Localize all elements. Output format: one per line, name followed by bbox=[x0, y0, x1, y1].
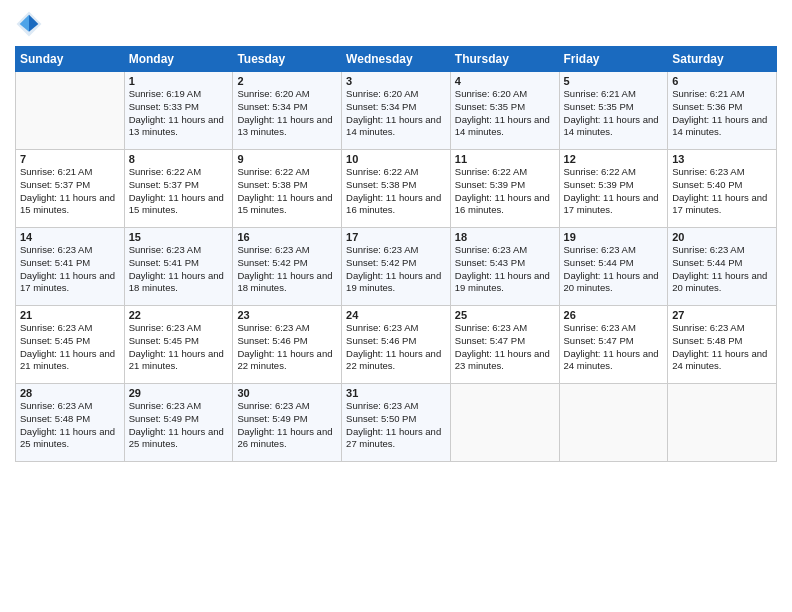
day-detail: Sunrise: 6:23 AMSunset: 5:41 PMDaylight:… bbox=[129, 244, 229, 295]
day-detail: Sunrise: 6:23 AMSunset: 5:45 PMDaylight:… bbox=[20, 322, 120, 373]
day-number: 22 bbox=[129, 309, 229, 321]
day-detail: Sunrise: 6:23 AMSunset: 5:44 PMDaylight:… bbox=[564, 244, 664, 295]
day-detail: Sunrise: 6:20 AMSunset: 5:34 PMDaylight:… bbox=[237, 88, 337, 139]
day-cell: 8Sunrise: 6:22 AMSunset: 5:37 PMDaylight… bbox=[124, 150, 233, 228]
day-detail: Sunrise: 6:22 AMSunset: 5:37 PMDaylight:… bbox=[129, 166, 229, 217]
day-number: 9 bbox=[237, 153, 337, 165]
day-cell: 31Sunrise: 6:23 AMSunset: 5:50 PMDayligh… bbox=[342, 384, 451, 462]
day-number: 4 bbox=[455, 75, 555, 87]
day-number: 8 bbox=[129, 153, 229, 165]
day-number: 3 bbox=[346, 75, 446, 87]
day-cell: 27Sunrise: 6:23 AMSunset: 5:48 PMDayligh… bbox=[668, 306, 777, 384]
day-cell: 29Sunrise: 6:23 AMSunset: 5:49 PMDayligh… bbox=[124, 384, 233, 462]
day-number: 7 bbox=[20, 153, 120, 165]
day-number: 30 bbox=[237, 387, 337, 399]
day-cell: 18Sunrise: 6:23 AMSunset: 5:43 PMDayligh… bbox=[450, 228, 559, 306]
day-detail: Sunrise: 6:23 AMSunset: 5:47 PMDaylight:… bbox=[564, 322, 664, 373]
day-cell: 22Sunrise: 6:23 AMSunset: 5:45 PMDayligh… bbox=[124, 306, 233, 384]
day-cell: 30Sunrise: 6:23 AMSunset: 5:49 PMDayligh… bbox=[233, 384, 342, 462]
day-cell: 14Sunrise: 6:23 AMSunset: 5:41 PMDayligh… bbox=[16, 228, 125, 306]
day-number: 17 bbox=[346, 231, 446, 243]
day-number: 21 bbox=[20, 309, 120, 321]
day-number: 13 bbox=[672, 153, 772, 165]
day-cell bbox=[450, 384, 559, 462]
day-cell: 2Sunrise: 6:20 AMSunset: 5:34 PMDaylight… bbox=[233, 72, 342, 150]
day-number: 12 bbox=[564, 153, 664, 165]
day-cell bbox=[668, 384, 777, 462]
day-cell: 3Sunrise: 6:20 AMSunset: 5:34 PMDaylight… bbox=[342, 72, 451, 150]
day-number: 23 bbox=[237, 309, 337, 321]
day-detail: Sunrise: 6:23 AMSunset: 5:46 PMDaylight:… bbox=[237, 322, 337, 373]
day-detail: Sunrise: 6:19 AMSunset: 5:33 PMDaylight:… bbox=[129, 88, 229, 139]
day-detail: Sunrise: 6:23 AMSunset: 5:45 PMDaylight:… bbox=[129, 322, 229, 373]
day-detail: Sunrise: 6:22 AMSunset: 5:39 PMDaylight:… bbox=[564, 166, 664, 217]
day-detail: Sunrise: 6:20 AMSunset: 5:34 PMDaylight:… bbox=[346, 88, 446, 139]
day-cell: 9Sunrise: 6:22 AMSunset: 5:38 PMDaylight… bbox=[233, 150, 342, 228]
day-detail: Sunrise: 6:23 AMSunset: 5:44 PMDaylight:… bbox=[672, 244, 772, 295]
day-cell: 28Sunrise: 6:23 AMSunset: 5:48 PMDayligh… bbox=[16, 384, 125, 462]
day-number: 31 bbox=[346, 387, 446, 399]
col-header-friday: Friday bbox=[559, 47, 668, 72]
day-number: 1 bbox=[129, 75, 229, 87]
header-row: SundayMondayTuesdayWednesdayThursdayFrid… bbox=[16, 47, 777, 72]
day-cell bbox=[559, 384, 668, 462]
col-header-monday: Monday bbox=[124, 47, 233, 72]
week-row-4: 21Sunrise: 6:23 AMSunset: 5:45 PMDayligh… bbox=[16, 306, 777, 384]
col-header-thursday: Thursday bbox=[450, 47, 559, 72]
logo bbox=[15, 10, 47, 38]
day-detail: Sunrise: 6:23 AMSunset: 5:47 PMDaylight:… bbox=[455, 322, 555, 373]
day-cell: 16Sunrise: 6:23 AMSunset: 5:42 PMDayligh… bbox=[233, 228, 342, 306]
day-detail: Sunrise: 6:21 AMSunset: 5:35 PMDaylight:… bbox=[564, 88, 664, 139]
day-cell: 5Sunrise: 6:21 AMSunset: 5:35 PMDaylight… bbox=[559, 72, 668, 150]
day-cell: 6Sunrise: 6:21 AMSunset: 5:36 PMDaylight… bbox=[668, 72, 777, 150]
day-number: 11 bbox=[455, 153, 555, 165]
day-number: 27 bbox=[672, 309, 772, 321]
day-cell: 15Sunrise: 6:23 AMSunset: 5:41 PMDayligh… bbox=[124, 228, 233, 306]
day-cell: 10Sunrise: 6:22 AMSunset: 5:38 PMDayligh… bbox=[342, 150, 451, 228]
day-cell: 13Sunrise: 6:23 AMSunset: 5:40 PMDayligh… bbox=[668, 150, 777, 228]
day-number: 14 bbox=[20, 231, 120, 243]
col-header-sunday: Sunday bbox=[16, 47, 125, 72]
day-detail: Sunrise: 6:23 AMSunset: 5:49 PMDaylight:… bbox=[237, 400, 337, 451]
day-detail: Sunrise: 6:20 AMSunset: 5:35 PMDaylight:… bbox=[455, 88, 555, 139]
day-cell: 1Sunrise: 6:19 AMSunset: 5:33 PMDaylight… bbox=[124, 72, 233, 150]
col-header-tuesday: Tuesday bbox=[233, 47, 342, 72]
day-cell: 20Sunrise: 6:23 AMSunset: 5:44 PMDayligh… bbox=[668, 228, 777, 306]
day-detail: Sunrise: 6:22 AMSunset: 5:38 PMDaylight:… bbox=[346, 166, 446, 217]
week-row-2: 7Sunrise: 6:21 AMSunset: 5:37 PMDaylight… bbox=[16, 150, 777, 228]
day-detail: Sunrise: 6:23 AMSunset: 5:49 PMDaylight:… bbox=[129, 400, 229, 451]
day-number: 28 bbox=[20, 387, 120, 399]
day-cell: 17Sunrise: 6:23 AMSunset: 5:42 PMDayligh… bbox=[342, 228, 451, 306]
day-detail: Sunrise: 6:23 AMSunset: 5:46 PMDaylight:… bbox=[346, 322, 446, 373]
day-cell: 4Sunrise: 6:20 AMSunset: 5:35 PMDaylight… bbox=[450, 72, 559, 150]
day-cell: 24Sunrise: 6:23 AMSunset: 5:46 PMDayligh… bbox=[342, 306, 451, 384]
day-cell: 21Sunrise: 6:23 AMSunset: 5:45 PMDayligh… bbox=[16, 306, 125, 384]
day-detail: Sunrise: 6:23 AMSunset: 5:42 PMDaylight:… bbox=[237, 244, 337, 295]
day-detail: Sunrise: 6:23 AMSunset: 5:42 PMDaylight:… bbox=[346, 244, 446, 295]
day-detail: Sunrise: 6:23 AMSunset: 5:41 PMDaylight:… bbox=[20, 244, 120, 295]
day-cell bbox=[16, 72, 125, 150]
day-number: 18 bbox=[455, 231, 555, 243]
day-cell: 25Sunrise: 6:23 AMSunset: 5:47 PMDayligh… bbox=[450, 306, 559, 384]
week-row-5: 28Sunrise: 6:23 AMSunset: 5:48 PMDayligh… bbox=[16, 384, 777, 462]
day-number: 25 bbox=[455, 309, 555, 321]
day-number: 19 bbox=[564, 231, 664, 243]
day-detail: Sunrise: 6:22 AMSunset: 5:39 PMDaylight:… bbox=[455, 166, 555, 217]
day-cell: 7Sunrise: 6:21 AMSunset: 5:37 PMDaylight… bbox=[16, 150, 125, 228]
day-number: 26 bbox=[564, 309, 664, 321]
day-cell: 19Sunrise: 6:23 AMSunset: 5:44 PMDayligh… bbox=[559, 228, 668, 306]
week-row-3: 14Sunrise: 6:23 AMSunset: 5:41 PMDayligh… bbox=[16, 228, 777, 306]
week-row-1: 1Sunrise: 6:19 AMSunset: 5:33 PMDaylight… bbox=[16, 72, 777, 150]
calendar-table: SundayMondayTuesdayWednesdayThursdayFrid… bbox=[15, 46, 777, 462]
day-detail: Sunrise: 6:21 AMSunset: 5:37 PMDaylight:… bbox=[20, 166, 120, 217]
day-number: 2 bbox=[237, 75, 337, 87]
day-detail: Sunrise: 6:23 AMSunset: 5:43 PMDaylight:… bbox=[455, 244, 555, 295]
day-cell: 11Sunrise: 6:22 AMSunset: 5:39 PMDayligh… bbox=[450, 150, 559, 228]
day-number: 15 bbox=[129, 231, 229, 243]
day-number: 10 bbox=[346, 153, 446, 165]
col-header-wednesday: Wednesday bbox=[342, 47, 451, 72]
header bbox=[15, 10, 777, 38]
day-number: 16 bbox=[237, 231, 337, 243]
day-detail: Sunrise: 6:22 AMSunset: 5:38 PMDaylight:… bbox=[237, 166, 337, 217]
day-number: 5 bbox=[564, 75, 664, 87]
